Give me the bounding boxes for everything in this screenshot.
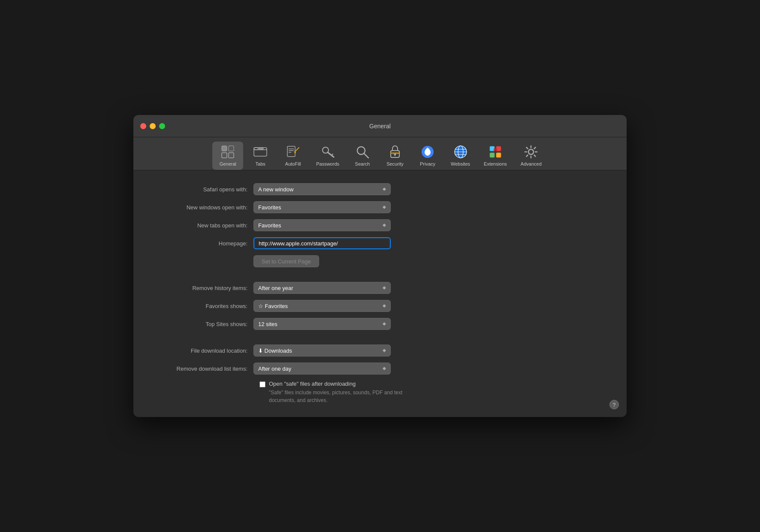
autofill-icon: [285, 144, 301, 160]
safari-opens-row: Safari opens with: A new window A new pr…: [159, 183, 601, 195]
tab-general[interactable]: General: [212, 142, 243, 170]
new-tabs-control: Favorites Homepage Empty Page: [253, 219, 391, 231]
remove-history-select[interactable]: After one year After one day After one w…: [253, 282, 391, 294]
homepage-control: [253, 237, 391, 249]
top-sites-select[interactable]: 6 sites 12 sites 24 sites: [253, 318, 391, 330]
open-safe-files-label: Open "safe" files after downloading: [269, 381, 415, 387]
safari-preferences-window: General General: [133, 115, 627, 417]
favorites-shows-select[interactable]: ☆ Favorites Bookmarks Bar Bookmarks Menu: [253, 300, 391, 312]
tab-search-label: Search: [355, 161, 370, 166]
settings-form: Safari opens with: A new window A new pr…: [133, 170, 627, 417]
file-download-select[interactable]: ⬇ Downloads Desktop Other...: [253, 345, 391, 357]
traffic-lights: [140, 123, 165, 129]
new-tabs-row: New tabs open with: Favorites Homepage E…: [159, 219, 601, 231]
remove-history-label: Remove history items:: [159, 285, 253, 291]
websites-icon: [453, 144, 468, 160]
remove-download-select[interactable]: After one day After one week After one m…: [253, 363, 391, 375]
safari-opens-label: Safari opens with:: [159, 186, 253, 193]
safari-opens-control: A new window A new private window A new …: [253, 183, 391, 195]
new-tabs-label: New tabs open with:: [159, 222, 253, 229]
toolbar: General Tabs: [133, 137, 627, 170]
new-windows-row: New windows open with: Favorites Homepag…: [159, 201, 601, 213]
tab-websites-label: Websites: [451, 161, 470, 166]
tab-websites[interactable]: Websites: [445, 142, 476, 170]
svg-rect-1: [229, 146, 234, 151]
set-current-page-control: Set to Current Page: [253, 255, 391, 267]
tab-autofill[interactable]: AutoFill: [277, 142, 308, 170]
general-icon: [220, 144, 235, 160]
remove-download-label: Remove download list items:: [159, 366, 253, 372]
file-download-row: File download location: ⬇ Downloads Desk…: [159, 345, 601, 357]
window-title: General: [369, 123, 391, 130]
remove-history-row: Remove history items: After one year Aft…: [159, 282, 601, 294]
homepage-row: Homepage:: [159, 237, 601, 249]
tab-extensions[interactable]: Extensions: [478, 142, 513, 170]
help-button[interactable]: ?: [609, 400, 619, 409]
svg-rect-33: [490, 153, 495, 157]
tabs-icon: [253, 144, 268, 160]
search-icon: [355, 144, 370, 160]
tab-autofill-label: AutoFill: [285, 161, 301, 166]
new-tabs-select[interactable]: Favorites Homepage Empty Page: [253, 219, 391, 231]
tab-general-label: General: [220, 161, 236, 166]
open-safe-files-row: Open "safe" files after downloading "Saf…: [259, 381, 601, 404]
svg-line-18: [364, 154, 368, 158]
maximize-button[interactable]: [159, 123, 165, 129]
top-sites-label: Top Sites shows:: [159, 321, 253, 327]
new-windows-label: New windows open with:: [159, 204, 253, 211]
svg-rect-3: [229, 153, 234, 158]
close-button[interactable]: [140, 123, 146, 129]
tab-search[interactable]: Search: [347, 142, 378, 170]
tab-security-label: Security: [386, 161, 404, 166]
new-windows-select[interactable]: Favorites Homepage Empty Page: [253, 201, 391, 213]
homepage-label: Homepage:: [159, 240, 253, 247]
svg-rect-0: [222, 146, 227, 151]
open-safe-files-label-wrap: Open "safe" files after downloading "Saf…: [269, 381, 415, 404]
tab-privacy[interactable]: Privacy: [412, 142, 443, 170]
top-sites-row: Top Sites shows: 6 sites 12 sites 24 sit…: [159, 318, 601, 330]
tab-advanced[interactable]: Advanced: [515, 142, 548, 170]
svg-point-35: [528, 149, 534, 154]
set-current-page-row: Set to Current Page: [159, 255, 601, 267]
minimize-button[interactable]: [150, 123, 156, 129]
remove-download-row: Remove download list items: After one da…: [159, 363, 601, 375]
set-current-page-button[interactable]: Set to Current Page: [253, 255, 319, 267]
remove-download-control: After one day After one week After one m…: [253, 363, 391, 375]
tab-privacy-label: Privacy: [420, 161, 435, 166]
tab-extensions-label: Extensions: [484, 161, 507, 166]
open-safe-files-sublabel: "Safe" files include movies, pictures, s…: [269, 389, 415, 404]
content-area: Safari opens with: A new window A new pr…: [133, 170, 627, 417]
svg-rect-8: [287, 146, 295, 157]
file-download-control: ⬇ Downloads Desktop Other...: [253, 345, 391, 357]
tab-passwords[interactable]: Passwords: [310, 142, 345, 170]
tab-security[interactable]: Security: [380, 142, 410, 170]
svg-rect-34: [496, 153, 501, 157]
tab-tabs[interactable]: Tabs: [245, 142, 276, 170]
favorites-shows-control: ☆ Favorites Bookmarks Bar Bookmarks Menu: [253, 300, 391, 312]
homepage-input[interactable]: [253, 237, 391, 249]
security-icon: [387, 144, 403, 160]
svg-point-13: [294, 151, 296, 153]
open-safe-files-checkbox[interactable]: [259, 381, 265, 387]
advanced-icon: [523, 144, 539, 160]
favorites-shows-label: Favorites shows:: [159, 303, 253, 309]
remove-history-control: After one year After one day After one w…: [253, 282, 391, 294]
new-windows-control: Favorites Homepage Empty Page: [253, 201, 391, 213]
privacy-icon: [420, 144, 435, 160]
extensions-icon: [488, 144, 503, 160]
tab-advanced-label: Advanced: [521, 161, 542, 166]
svg-line-16: [332, 154, 333, 155]
passwords-icon: [320, 144, 335, 160]
tab-passwords-label: Passwords: [316, 161, 339, 166]
tab-tabs-label: Tabs: [256, 161, 265, 166]
top-sites-control: 6 sites 12 sites 24 sites: [253, 318, 391, 330]
svg-rect-2: [222, 153, 227, 158]
titlebar: General: [133, 115, 627, 137]
file-download-label: File download location:: [159, 348, 253, 354]
safari-opens-select[interactable]: A new window A new private window A new …: [253, 183, 391, 195]
favorites-shows-row: Favorites shows: ☆ Favorites Bookmarks B…: [159, 300, 601, 312]
